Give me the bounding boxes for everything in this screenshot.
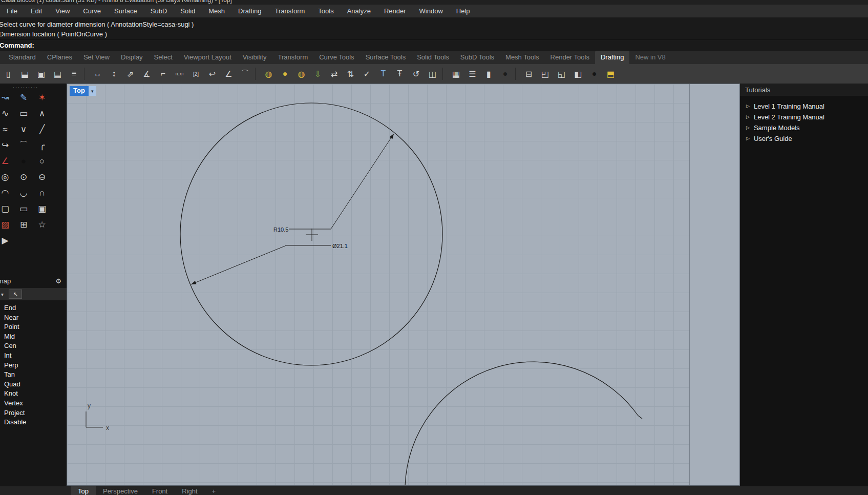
hatch-solid-icon[interactable]: ● [278, 67, 292, 81]
menu-view[interactable]: View [49, 5, 76, 17]
text-edit-icon[interactable]: T [376, 67, 391, 81]
osnap-item-project[interactable]: Project [4, 408, 67, 418]
tab-cplanes[interactable]: CPlanes [41, 51, 78, 64]
circle-3pt-icon[interactable]: ◎ [0, 169, 14, 185]
menu-help[interactable]: Help [450, 5, 477, 17]
rectangle-plan-icon[interactable]: ▭ [14, 106, 33, 121]
palette-grip-handle[interactable]: ·········· [0, 85, 55, 90]
text-check-icon[interactable]: ✓ [359, 67, 374, 81]
arrow-curve-icon[interactable]: ▶ [0, 233, 14, 249]
menu-window[interactable]: Window [413, 5, 450, 17]
tab-subd-tools[interactable]: SubD Tools [455, 51, 500, 64]
tab-curve-tools[interactable]: Curve Tools [313, 51, 359, 64]
print-icon[interactable]: ⊟ [521, 67, 536, 81]
tutorial-level-1-training-manual[interactable]: ▷ Level 1 Training Manual [740, 101, 868, 112]
osnap-item-disable[interactable]: Disable [4, 418, 67, 427]
curve-blend-icon[interactable]: ↪ [0, 137, 14, 153]
diameter-dimension-leader[interactable] [191, 245, 331, 284]
properties-page-icon[interactable]: ▤ [50, 67, 65, 81]
rounded-rectangle-icon[interactable]: ▢ [0, 201, 14, 217]
osnap-item-quad[interactable]: Quad [4, 380, 67, 389]
sphere-dark-icon[interactable]: ● [14, 153, 33, 169]
grid-icon[interactable]: ⊞ [14, 217, 33, 233]
viewport-title-dropdown-icon[interactable]: ▾ [89, 86, 96, 96]
save-file-icon[interactable]: ▣ [34, 67, 49, 81]
tab-transform[interactable]: Transform [272, 51, 313, 64]
osnap-item-cen[interactable]: Cen [4, 341, 67, 351]
arc-icon[interactable]: ⌒ [14, 137, 33, 153]
menu-surface[interactable]: Surface [108, 5, 144, 17]
tab-drafting[interactable]: Drafting [595, 51, 630, 64]
point-filter-icon[interactable]: ↖ [9, 290, 22, 299]
osnap-item-end[interactable]: End [4, 303, 67, 313]
menu-transform[interactable]: Transform [268, 5, 312, 17]
viewport-tab-front[interactable]: Front [145, 486, 175, 495]
diameter-dimension-text[interactable]: Ø21.1 [332, 243, 348, 249]
osnap-item-int[interactable]: Int [4, 351, 67, 361]
curve-interpolate-icon[interactable]: ≈ [0, 121, 14, 137]
radius-dimension-leader[interactable] [289, 134, 394, 229]
tutorial-level-2-training-manual[interactable]: ▷ Level 2 Training Manual [740, 112, 868, 122]
tab-mesh-tools[interactable]: Mesh Tools [500, 51, 545, 64]
menu-analyze[interactable]: Analyze [341, 5, 377, 17]
notes-icon[interactable]: ≡ [67, 67, 81, 81]
box-3d-icon[interactable]: ◰ [538, 67, 553, 81]
tab-viewport-layout[interactable]: Viewport Layout [178, 51, 237, 64]
tab-solid-tools[interactable]: Solid Tools [411, 51, 455, 64]
tab-visibility[interactable]: Visibility [237, 51, 272, 64]
hatch-pattern-icon[interactable]: ◍ [294, 67, 309, 81]
hatch-red-icon[interactable]: ▨ [0, 217, 14, 233]
text-block-icon[interactable]: TEXT [172, 67, 187, 81]
curve-pencil-icon[interactable]: ✎ [14, 90, 33, 106]
menu-file[interactable]: File [0, 5, 24, 17]
dim-arc-icon[interactable]: ⌒ [238, 67, 252, 81]
tab-new-in-v8[interactable]: New in V8 [629, 51, 671, 64]
folder-icon[interactable]: ⬒ [603, 67, 618, 81]
dim-horizontal-icon[interactable]: ↔ [90, 67, 105, 81]
menu-drafting[interactable]: Drafting [231, 5, 268, 17]
osnap-item-point[interactable]: Point [4, 322, 67, 332]
menu-curve[interactable]: Curve [76, 5, 108, 17]
command-input[interactable] [34, 40, 868, 51]
tab-surface-tools[interactable]: Surface Tools [360, 51, 412, 64]
circle-curve[interactable] [180, 103, 442, 365]
curve-freeform-icon[interactable]: ∿ [0, 106, 14, 121]
dim-ordinate-icon[interactable]: ⌐ [156, 67, 171, 81]
tangent-line-icon[interactable]: ∠ [0, 153, 14, 169]
text-height-icon[interactable]: Ŧ [392, 67, 407, 81]
osnap-item-mid[interactable]: Mid [4, 332, 67, 342]
menu-mesh[interactable]: Mesh [202, 5, 231, 17]
text-numbered-icon[interactable]: [2] [188, 67, 203, 81]
viewport-tab-add[interactable]: + [205, 486, 223, 495]
ellipse-icon[interactable]: ⊖ [33, 169, 51, 185]
viewport-tab-perspective[interactable]: Perspective [96, 486, 145, 495]
circle-icon[interactable]: ○ [33, 153, 51, 169]
explode-icon[interactable]: ✶ [33, 90, 51, 106]
osnap-item-tan[interactable]: Tan [4, 370, 67, 380]
polyline-icon[interactable]: ∧ [33, 106, 51, 121]
viewport-top[interactable]: R10.5 Ø21.1 y x Top ▾ [67, 84, 740, 486]
ruler-icon[interactable]: ▮ [481, 67, 496, 81]
menu-edit[interactable]: Edit [24, 5, 49, 17]
display-toggle-icon[interactable]: ◧ [570, 67, 585, 81]
vertex-curve-icon[interactable]: ∨ [14, 121, 33, 137]
tab-render-tools[interactable]: Render Tools [545, 51, 595, 64]
list-icon[interactable]: ☰ [465, 67, 480, 81]
chevron-down-icon[interactable]: ▾ [1, 292, 4, 297]
new-file-icon[interactable]: ▯ [1, 67, 16, 81]
tab-standard[interactable]: Standard [3, 51, 41, 64]
rectangle-3pt-icon[interactable]: ▭ [14, 201, 33, 217]
viewport-tab-top[interactable]: Top [71, 486, 96, 495]
circle-tangent-icon[interactable]: ⊙ [14, 169, 33, 185]
hatch-icon[interactable]: ◍ [261, 67, 276, 81]
gear-icon[interactable]: ⚙ [55, 277, 67, 285]
dim-angle-icon[interactable]: ∠ [221, 67, 236, 81]
box-annotation-icon[interactable]: ◫ [425, 67, 440, 81]
star-icon[interactable]: ☆ [33, 217, 51, 233]
annotation-history-icon[interactable]: ↺ [409, 67, 424, 81]
fillet-icon[interactable]: ╭ [33, 137, 51, 153]
viewport-title[interactable]: Top [70, 86, 89, 96]
leader-icon[interactable]: ↩ [205, 67, 220, 81]
dim-aligned-icon[interactable]: ⇗ [123, 67, 138, 81]
table-icon[interactable]: ▦ [449, 67, 463, 81]
